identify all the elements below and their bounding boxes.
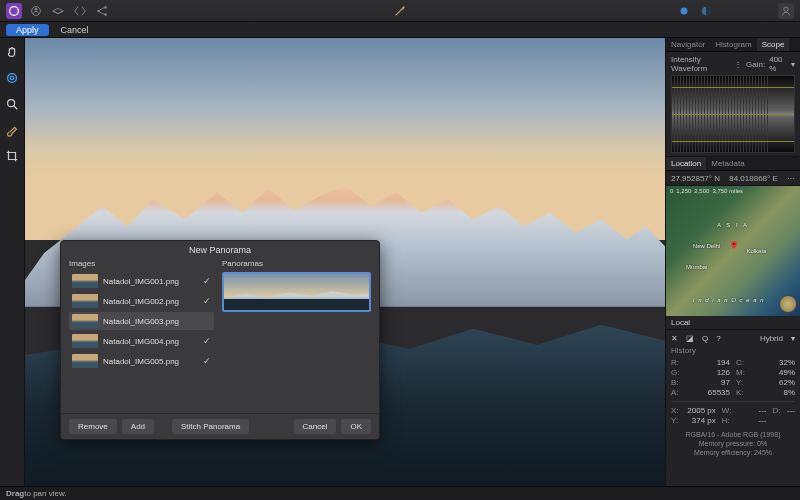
ypx-label: Y: [671, 416, 678, 425]
crop-tool[interactable] [4, 148, 20, 164]
tab-history[interactable]: History [671, 346, 795, 355]
svg-point-2 [35, 7, 38, 10]
check-icon[interactable]: ✓ [203, 276, 211, 286]
svg-point-11 [10, 76, 14, 80]
panorama-preview[interactable] [222, 272, 371, 312]
close-panel-icon[interactable]: ✕ [671, 334, 678, 343]
location-more-icon[interactable]: ⋯ [787, 174, 795, 183]
gain-stepper-icon[interactable]: ▾ [791, 60, 795, 69]
add-button[interactable]: Add [122, 419, 154, 434]
x-value: 2005 px [687, 406, 715, 415]
half-moon-icon[interactable] [698, 3, 714, 19]
persona-icon[interactable] [28, 3, 44, 19]
color-profile: RGBA/16 - Adobe RGB (1998) [671, 430, 795, 439]
tab-navigator[interactable]: Navigator [666, 38, 710, 51]
r-label: R: [671, 358, 679, 367]
c-value: 32% [779, 358, 795, 367]
gain-value[interactable]: 400 % [769, 55, 787, 73]
mirror-icon[interactable] [72, 3, 88, 19]
help-icon[interactable]: ? [716, 334, 720, 343]
hand-tool[interactable] [4, 44, 20, 60]
memory-efficiency: Memory efficiency: 245% [671, 448, 795, 457]
local-label: Local [671, 318, 690, 327]
compass-icon[interactable] [779, 295, 797, 313]
memory-pressure: Memory pressure: 0% [671, 439, 795, 448]
image-name: Natadol_IMG005.png [103, 357, 198, 366]
blue-dot-icon[interactable] [676, 3, 692, 19]
svg-point-10 [8, 74, 17, 83]
map-label-mumbai: Mumbai [686, 264, 707, 270]
m-value: 49% [779, 368, 795, 377]
h-value: --- [759, 416, 767, 425]
image-name: Natadol_IMG004.png [103, 337, 198, 346]
coord-lon: 84.018868° E [729, 174, 778, 183]
app-icon [6, 3, 22, 19]
h-label: H: [722, 416, 730, 425]
m-label: M: [736, 368, 745, 377]
crescent-icon[interactable] [720, 3, 736, 19]
hybrid-chevron-icon[interactable]: ▾ [791, 334, 795, 343]
account-icon[interactable] [778, 3, 794, 19]
dialog-cancel-button[interactable]: Cancel [294, 419, 337, 434]
svg-point-7 [681, 7, 688, 14]
thumbnail [72, 334, 98, 348]
map[interactable]: 0 1,250 2,500 3,750 miles A S I A New De… [666, 186, 800, 316]
y-value: 62% [779, 378, 795, 387]
image-list-item[interactable]: Natadol_IMG002.png✓ [69, 292, 214, 310]
zoom-tool[interactable] [4, 96, 20, 112]
swatch-icon[interactable]: ◪ [686, 334, 694, 343]
c-label: C: [736, 358, 744, 367]
remove-button[interactable]: Remove [69, 419, 117, 434]
image-list-item[interactable]: Natadol_IMG003.png [69, 312, 214, 330]
map-label-newdelhi: New Delhi [693, 243, 720, 249]
svg-point-6 [403, 6, 405, 8]
images-label: Images [69, 259, 214, 268]
g-label: G: [671, 368, 679, 377]
w-label: W: [722, 406, 732, 415]
hybrid-select[interactable]: Hybrid [760, 334, 783, 343]
x-label: X: [671, 406, 679, 415]
scope-options-icon[interactable]: ⋮ [734, 60, 742, 69]
a-label: A: [671, 388, 679, 397]
check-icon[interactable]: ✓ [203, 296, 211, 306]
view-tool[interactable] [4, 70, 20, 86]
thumbnail [72, 354, 98, 368]
image-list-item[interactable]: Natadol_IMG005.png✓ [69, 352, 214, 370]
thumbnail [72, 274, 98, 288]
brush-tool[interactable] [4, 122, 20, 138]
scope-title: Intensity Waveform [671, 55, 734, 73]
scale-3: 3,750 miles [712, 188, 743, 194]
check-icon[interactable]: ✓ [203, 356, 211, 366]
map-label-ocean: I n d i a n O c e a n [693, 297, 765, 303]
dialog-ok-button[interactable]: OK [341, 419, 371, 434]
scale-2: 2,500 [694, 188, 709, 194]
image-name: Natadol_IMG001.png [103, 277, 198, 286]
apply-button[interactable]: Apply [6, 24, 49, 36]
stitch-panorama-button[interactable]: Stitch Panorama [172, 419, 249, 434]
coord-lat: 27.952857° N [671, 174, 720, 183]
svg-point-0 [10, 6, 19, 15]
a-value: 65535 [708, 388, 730, 397]
layers-icon[interactable] [50, 3, 66, 19]
tab-location[interactable]: Location [666, 157, 706, 170]
cancel-button[interactable]: Cancel [61, 25, 89, 35]
check-icon[interactable]: ✓ [203, 336, 211, 346]
image-list[interactable]: Natadol_IMG001.png✓Natadol_IMG002.png✓Na… [69, 272, 214, 409]
g-value: 126 [717, 368, 730, 377]
image-list-item[interactable]: Natadol_IMG001.png✓ [69, 272, 214, 290]
tab-histogram[interactable]: Histogram [710, 38, 756, 51]
wand-icon[interactable] [392, 3, 408, 19]
k-label: K: [736, 388, 744, 397]
map-label-asia: A S I A [717, 222, 749, 228]
image-list-item[interactable]: Natadol_IMG004.png✓ [69, 332, 214, 350]
r-value: 194 [717, 358, 730, 367]
tab-scope[interactable]: Scope [757, 38, 790, 51]
scale-0: 0 [670, 188, 673, 194]
d-label: D: [773, 406, 781, 415]
question-icon[interactable]: Q [702, 334, 708, 343]
dialog-title: New Panorama [61, 241, 379, 259]
y-label: Y: [736, 378, 743, 387]
share-icon[interactable] [94, 3, 110, 19]
tab-metadata[interactable]: Metadata [706, 157, 749, 170]
svg-point-12 [8, 100, 15, 107]
